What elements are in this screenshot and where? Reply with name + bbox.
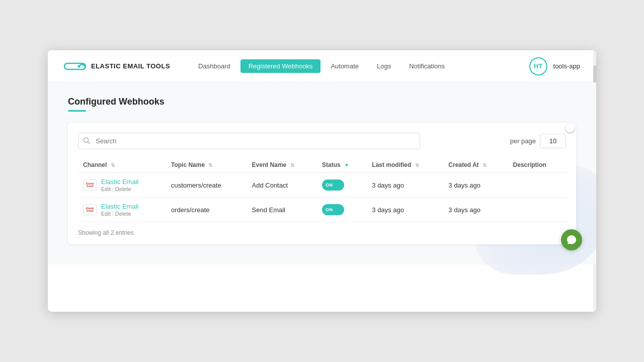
toggle-wrap-2: ON bbox=[322, 204, 362, 215]
channel-name-2: Elastic Email bbox=[101, 203, 138, 210]
cell-status-1: ON bbox=[317, 173, 367, 198]
nav-notifications[interactable]: Notifications bbox=[401, 59, 453, 73]
cell-channel-2: Elastic Email Elastic Email Edit|Delete bbox=[78, 198, 166, 222]
showing-text: Showing all 2 entries bbox=[78, 229, 566, 236]
channel-logo-1: Elastic Email bbox=[83, 179, 97, 191]
nav-registered-webhooks[interactable]: Registered Webhooks bbox=[240, 59, 321, 73]
toggle-2[interactable]: ON bbox=[322, 204, 344, 215]
per-page-wrap: per page bbox=[510, 134, 566, 148]
channel-name-1: Elastic Email bbox=[101, 178, 138, 186]
channel-actions-1: Edit|Delete bbox=[101, 186, 138, 192]
cell-event-1: Add Contact bbox=[247, 173, 317, 198]
channel-info-1: Elastic Email Edit|Delete bbox=[101, 178, 138, 192]
edit-link-1[interactable]: Edit bbox=[101, 186, 111, 192]
search-icon bbox=[83, 137, 90, 145]
sort-arrows-event: ⇅ bbox=[290, 162, 294, 168]
svg-line-3 bbox=[88, 142, 90, 144]
nav-logs[interactable]: Logs bbox=[369, 59, 399, 73]
col-topic-name[interactable]: Topic Name ⇅ bbox=[166, 157, 247, 173]
toggle-label-2: ON bbox=[326, 207, 333, 212]
cell-modified-1: 3 days ago bbox=[367, 173, 443, 198]
col-description: Description bbox=[508, 157, 566, 173]
col-created-at[interactable]: Created At ⇅ bbox=[443, 157, 508, 173]
logo-icon bbox=[64, 59, 86, 73]
chat-icon bbox=[566, 234, 577, 245]
sort-arrows-modified: ⇅ bbox=[415, 162, 419, 168]
edit-link-2[interactable]: Edit bbox=[101, 211, 111, 217]
cell-event-2: Send Email bbox=[247, 198, 317, 222]
page-title: Configured Webhooks bbox=[68, 97, 576, 107]
nav-right: HT tools-app bbox=[529, 57, 580, 75]
svg-point-1 bbox=[78, 65, 80, 67]
nav-links: Dashboard Registered Webhooks Automate L… bbox=[190, 59, 529, 73]
channel-actions-2: Edit|Delete bbox=[101, 211, 138, 217]
chat-button[interactable] bbox=[561, 229, 582, 250]
toggle-wrap-1: ON bbox=[322, 179, 362, 191]
col-event-name[interactable]: Event Name ⇅ bbox=[247, 157, 317, 173]
cell-channel-1: Elastic Email Elastic Email Edit|Delete bbox=[78, 173, 166, 198]
sort-arrows-channel: ⇅ bbox=[111, 162, 115, 168]
delete-link-2[interactable]: Delete bbox=[115, 211, 131, 217]
channel-logo-2: Elastic Email bbox=[83, 204, 97, 215]
logo-area: ELASTIC EMAIL TOOLS bbox=[64, 59, 170, 73]
navbar: ELASTIC EMAIL TOOLS Dashboard Registered… bbox=[48, 50, 596, 82]
col-last-modified[interactable]: Last modified ⇅ bbox=[367, 157, 443, 173]
per-page-label: per page bbox=[510, 137, 536, 145]
toggle-knob-2 bbox=[566, 124, 575, 133]
table-row: Elastic Email Elastic Email Edit|Delete bbox=[78, 173, 566, 198]
page-content: Configured Webhooks per page bbox=[48, 82, 596, 264]
cell-desc-2 bbox=[508, 198, 566, 222]
toggle-label-1: ON bbox=[326, 183, 333, 188]
col-channel[interactable]: Channel ⇅ bbox=[78, 157, 166, 173]
toggle-1[interactable]: ON bbox=[322, 179, 344, 191]
sort-arrows-created: ⇅ bbox=[482, 162, 487, 168]
per-page-input[interactable] bbox=[540, 134, 566, 148]
cell-created-1: 3 days ago bbox=[443, 173, 508, 198]
delete-link-1[interactable]: Delete bbox=[115, 186, 131, 192]
cell-topic-2: orders/create bbox=[166, 198, 247, 222]
cell-created-2: 3 days ago bbox=[443, 198, 508, 222]
cell-status-2: ON bbox=[317, 198, 367, 222]
sort-arrows-status: ▼ bbox=[344, 162, 349, 168]
search-input[interactable] bbox=[78, 133, 420, 149]
nav-automate[interactable]: Automate bbox=[323, 59, 367, 73]
sort-arrows-topic: ⇅ bbox=[208, 162, 212, 168]
data-table: Channel ⇅ Topic Name ⇅ Event Name ⇅ St bbox=[78, 157, 566, 222]
table-controls: per page bbox=[78, 133, 566, 149]
table-row: Elastic Email Elastic Email Edit|Delete bbox=[78, 198, 566, 222]
nav-dashboard[interactable]: Dashboard bbox=[190, 59, 238, 73]
cell-topic-1: customers/create bbox=[166, 173, 247, 198]
col-status[interactable]: Status ▼ bbox=[317, 157, 367, 173]
cell-desc-1 bbox=[508, 173, 566, 198]
search-wrapper bbox=[78, 133, 420, 149]
title-underline bbox=[68, 110, 86, 112]
user-name: tools-app bbox=[553, 62, 580, 70]
cell-modified-2: 3 days ago bbox=[367, 198, 443, 222]
app-title: ELASTIC EMAIL TOOLS bbox=[91, 62, 170, 70]
avatar[interactable]: HT bbox=[529, 57, 547, 75]
table-card: per page Channel ⇅ Topic Name ⇅ bbox=[68, 123, 576, 244]
channel-info-2: Elastic Email Edit|Delete bbox=[101, 203, 138, 217]
